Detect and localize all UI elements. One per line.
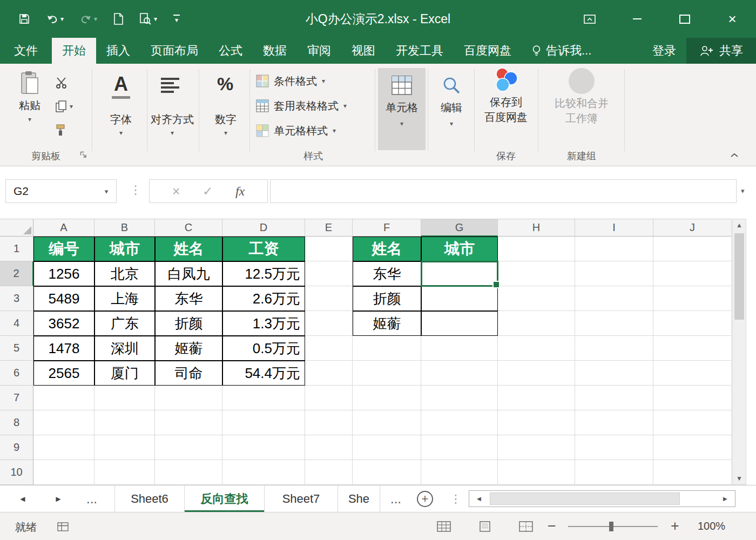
name-box[interactable]: G2 ▾ [5,179,117,203]
number-group-label[interactable]: 数字 [202,112,249,127]
cell-I10[interactable] [575,460,653,485]
row-header-8[interactable]: 8 [0,410,33,435]
column-header-B[interactable]: B [94,219,155,237]
hscroll-right-icon[interactable]: ► [716,495,735,503]
cell-H2[interactable] [498,261,575,286]
paste-button[interactable]: 粘贴 ▾ [11,70,49,123]
cell-G7[interactable] [421,386,498,410]
cell-J2[interactable] [653,261,732,286]
horizontal-scrollbar-thumb[interactable] [490,492,680,505]
cell-I5[interactable] [575,336,653,361]
font-group-label[interactable]: 字体 [96,112,146,127]
cell-I4[interactable] [575,311,653,336]
cell-A4[interactable]: 3652 [33,311,94,336]
cell-D2[interactable]: 12.5万元 [222,261,305,286]
tab-tell-me[interactable]: 告诉我... [522,38,602,64]
tab-view[interactable]: 视图 [341,38,386,64]
column-header-C[interactable]: C [155,219,222,237]
cell-I7[interactable] [575,386,653,410]
cell-E1[interactable] [305,237,353,261]
tab-developer[interactable]: 开发工具 [386,38,454,64]
cell-B6[interactable]: 厦门 [94,361,155,386]
cell-D7[interactable] [222,386,305,410]
clipboard-dialog-launcher-icon[interactable] [80,148,87,161]
close-button[interactable]: × [708,0,756,38]
format-painter-icon[interactable] [55,121,83,139]
alignment-group-icon[interactable] [161,78,179,95]
cell-C7[interactable] [155,386,222,410]
cell-G8[interactable] [421,410,498,435]
zoom-out-icon[interactable]: − [548,518,556,535]
column-header-E[interactable]: E [305,219,353,237]
sheet-tab-active[interactable]: 反向查找 [185,485,265,512]
cell-B8[interactable] [94,410,155,435]
cell-G1[interactable]: 城市 [421,237,498,261]
sheet-overflow-left[interactable]: ... [80,485,104,512]
cell-E2[interactable] [305,261,353,286]
cell-D5[interactable]: 0.5万元 [222,336,305,361]
cell-F5[interactable] [353,336,421,361]
cell-H10[interactable] [498,460,575,485]
normal-view-icon[interactable] [435,520,453,533]
collapse-ribbon-icon[interactable] [730,148,739,160]
cell-E4[interactable] [305,311,353,336]
cells-button[interactable]: 单元格 ▾ [378,68,426,150]
row-header-3[interactable]: 3 [0,286,33,311]
new-file-icon[interactable] [113,13,123,25]
cell-E6[interactable] [305,361,353,386]
zoom-slider-thumb[interactable] [609,522,613,531]
hscroll-left-icon[interactable]: ◄ [469,495,489,503]
cell-C6[interactable]: 司命 [155,361,222,386]
cell-A5[interactable]: 1478 [33,336,94,361]
cell-G4[interactable] [421,311,498,336]
alignment-group-label[interactable]: 对齐方式 [147,112,198,127]
cell-H5[interactable] [498,336,575,361]
cell-I8[interactable] [575,410,653,435]
cell-G6[interactable] [421,361,498,386]
column-header-D[interactable]: D [222,219,305,237]
sheet-tab-sheet6[interactable]: Sheet6 [114,485,185,512]
enter-check-icon[interactable]: ✓ [202,184,213,199]
formula-input[interactable] [270,179,737,203]
cell-H4[interactable] [498,311,575,336]
zoom-in-icon[interactable]: + [671,518,679,535]
scroll-up-icon[interactable]: ▲ [733,221,746,229]
cell-J8[interactable] [653,410,732,435]
print-preview-caret-icon[interactable]: ▾ [154,16,157,22]
new-sheet-button[interactable]: + [413,485,437,512]
cell-H8[interactable] [498,410,575,435]
cell-D10[interactable] [222,460,305,485]
cell-C8[interactable] [155,410,222,435]
maximize-button[interactable] [661,0,708,38]
ribbon-display-options-icon[interactable] [566,0,613,38]
cell-I9[interactable] [575,435,653,460]
cell-D4[interactable]: 1.3万元 [222,311,305,336]
number-group-caret-icon[interactable]: ▾ [202,130,249,136]
cancel-icon[interactable]: × [172,184,180,199]
column-header-J[interactable]: J [653,219,732,237]
cell-I1[interactable] [575,237,653,261]
font-group-caret-icon[interactable]: ▾ [96,130,146,136]
cell-C4[interactable]: 折颜 [155,311,222,336]
cell-G9[interactable] [421,435,498,460]
cell-A1[interactable]: 编号 [33,237,94,261]
cell-F4[interactable]: 姬蘅 [353,311,421,336]
sheet-overflow-right[interactable]: ... [384,485,407,512]
cell-A6[interactable]: 2565 [33,361,94,386]
save-icon[interactable] [18,13,30,25]
cell-F1[interactable]: 姓名 [353,237,421,261]
sheet-tab-sheet7[interactable]: Sheet7 [265,485,338,512]
fill-handle[interactable] [492,281,500,288]
cell-E10[interactable] [305,460,353,485]
cell-E9[interactable] [305,435,353,460]
save-to-baidu-button[interactable]: 保存到 百度网盘 [477,67,535,124]
cell-H1[interactable] [498,237,575,261]
cell-C5[interactable]: 姬蘅 [155,336,222,361]
cell-B4[interactable]: 广东 [94,311,155,336]
tab-page-layout[interactable]: 页面布局 [140,38,208,64]
page-break-view-icon[interactable] [517,520,535,533]
row-header-6[interactable]: 6 [0,361,33,386]
column-header-I[interactable]: I [575,219,653,237]
sheet-tab-truncated[interactable]: She [338,485,380,512]
tab-formulas[interactable]: 公式 [208,38,253,64]
